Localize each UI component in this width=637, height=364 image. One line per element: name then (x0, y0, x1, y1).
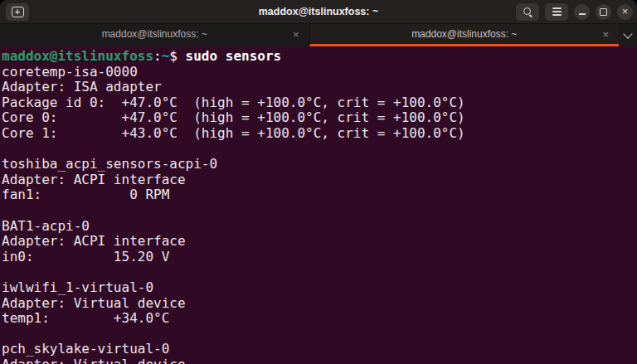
tab-list-dropdown-button[interactable] (619, 24, 637, 46)
tab-1-close-icon[interactable]: × (293, 29, 299, 40)
menu-button[interactable] (545, 3, 568, 21)
hamburger-menu-icon (552, 7, 562, 15)
search-button[interactable] (516, 3, 539, 21)
tab-1-label: maddox@itslinuxfoss: ~ (102, 28, 207, 40)
maximize-button[interactable] (596, 4, 611, 20)
prompt-symbol: $ (169, 48, 185, 64)
terminal-output-lines: coretemp-isa-0000 Adapter: ISA adapter P… (2, 64, 465, 364)
tab-1[interactable]: maddox@itslinuxfoss: ~ × (0, 24, 309, 46)
tab-2-label: maddox@itslinuxfoss: ~ (411, 28, 517, 40)
command-text: sudo sensors (186, 48, 282, 64)
prompt-user-host: maddox@itslinuxfoss (2, 48, 153, 64)
minimize-button[interactable] (574, 4, 590, 20)
prompt-colon: : (153, 48, 162, 64)
tab-bar: maddox@itslinuxfoss: ~ × maddox@itslinux… (0, 24, 637, 46)
tab-2-active[interactable]: maddox@itslinuxfoss: ~ × (309, 24, 620, 46)
close-icon: × (622, 6, 629, 17)
terminal-viewport[interactable]: maddox@itslinuxfoss:~$ sudo sensors core… (0, 46, 637, 364)
tab-2-close-icon[interactable]: × (602, 29, 609, 40)
search-icon (523, 7, 532, 17)
new-tab-button[interactable]: + (6, 3, 29, 21)
maximize-icon (600, 8, 607, 16)
close-button[interactable]: × (617, 4, 633, 20)
new-tab-icon: + (12, 7, 24, 17)
terminal-screen: maddox@itslinuxfoss:~$ sudo sensors core… (2, 49, 637, 364)
minimize-icon (579, 13, 586, 15)
terminal-window: + maddox@itslinuxfoss: ~ × maddox@itsli (0, 0, 637, 364)
headerbar: + maddox@itslinuxfoss: ~ × (0, 0, 637, 24)
chevron-down-icon (623, 29, 632, 38)
prompt-path: ~ (162, 48, 170, 64)
